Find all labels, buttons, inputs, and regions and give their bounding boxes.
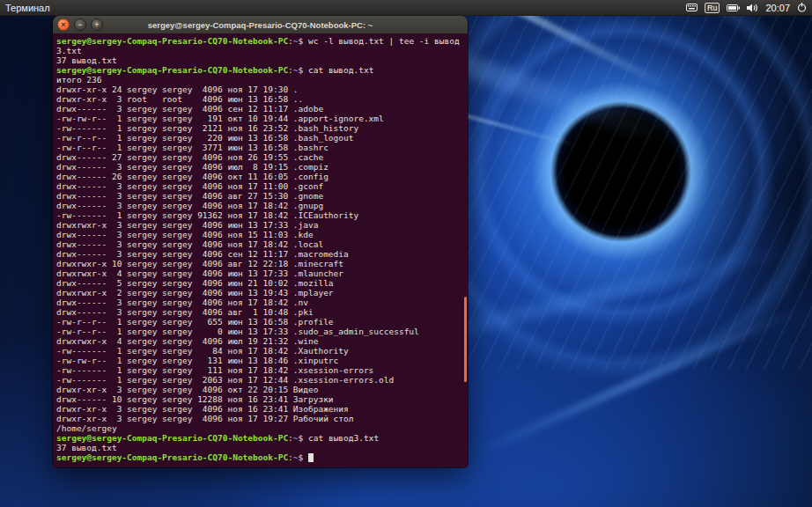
terminal-output-line: -rw-rw-r-- 1 sergey sergey 131 июн 13 18… (56, 356, 466, 365)
terminal-output-line: drwxrwxr-x 4 sergey sergey 4096 июл 19 2… (56, 336, 466, 346)
terminal-output-line: -rw-r--r-- 1 sergey sergey 0 июн 13 17:3… (56, 327, 466, 336)
terminal-output-line: drwxrwxr-x 4 sergey sergey 4096 июн 13 1… (56, 268, 466, 278)
terminal-output-line: 3.txt (56, 46, 466, 55)
terminal-output-line: drwxr-xr-x 3 sergey sergey 4096 ноя 17 1… (56, 414, 466, 423)
terminal-output-line: drwx------ 3 sergey sergey 4096 авг 27 1… (56, 191, 466, 201)
terminal-output-line: drwx------ 3 sergey sergey 4096 июл 8 19… (56, 162, 466, 172)
terminal-output-line: -rw------- 1 sergey sergey 91362 ноя 17 … (56, 210, 466, 220)
terminal-prompt-line: sergey@sergey-Compaq-Presario-CQ70-Noteb… (56, 433, 466, 443)
terminal-output-line: drwx------ 3 sergey sergey 4096 ноя 17 1… (56, 298, 466, 307)
terminal-output-line: drwx------ 3 sergey sergey 4096 ноя 17 1… (56, 181, 466, 191)
terminal-output-line: drwx------ 3 sergey sergey 4096 ноя 17 1… (56, 239, 466, 249)
terminal-body[interactable]: sergey@sergey-Compaq-Presario-CQ70-Noteb… (53, 33, 468, 467)
terminal-cursor (308, 453, 314, 462)
terminal-output-line: drwxrwxr-x 2 sergey sergey 4096 июн 13 1… (56, 288, 466, 298)
indicator-area: Ru 20:07 (686, 3, 807, 13)
maximize-button[interactable]: + (91, 18, 103, 31)
volume-icon[interactable] (747, 4, 758, 12)
terminal-output-line: drwxr-xr-x 3 root root 4096 июн 13 16:58… (56, 94, 466, 104)
terminal-output-line: 37 вывод.txt (56, 443, 466, 452)
window-title: sergey@sergey-Compaq-Presario-CQ70-Noteb… (97, 20, 424, 30)
terminal-output-line: drwx------ 3 sergey sergey 4096 сен 12 1… (56, 249, 466, 259)
terminal-output-line: drwx------ 26 sergey sergey 4096 окт 11 … (56, 172, 466, 181)
terminal-output-line: -rw-r--r-- 1 sergey sergey 220 июн 13 16… (56, 133, 466, 143)
terminal-output-line: -rw-rw-r-- 1 sergey sergey 191 окт 10 19… (56, 114, 466, 123)
scrollbar-thumb[interactable] (464, 297, 467, 382)
terminal-prompt-line: sergey@sergey-Compaq-Presario-CQ70-Noteb… (56, 65, 466, 75)
terminal-window: × − + sergey@sergey-Compaq-Presario-CQ70… (53, 16, 468, 467)
terminal-output-line: drwxrwxr-x 10 sergey sergey 4096 авг 12 … (56, 259, 466, 268)
terminal-output-line: drwx------ 10 sergey sergey 12288 ноя 16… (56, 394, 466, 404)
keyboard-input-icon[interactable] (686, 4, 698, 11)
power-icon[interactable] (797, 3, 807, 12)
terminal-output: sergey@sergey-Compaq-Presario-CQ70-Noteb… (56, 36, 466, 462)
close-button[interactable]: × (57, 18, 70, 31)
terminal-output-line: drwxr-xr-x 3 sergey sergey 4096 ноя 16 2… (56, 404, 466, 414)
terminal-output-line: -rw------- 1 sergey sergey 2121 ноя 16 2… (56, 123, 466, 133)
terminal-output-line: итого 236 (56, 75, 466, 84)
terminal-output-line: -rw------- 1 sergey sergey 2063 ноя 17 1… (56, 375, 466, 385)
terminal-output-line: -rw-r--r-- 1 sergey sergey 3771 июн 13 1… (56, 143, 466, 152)
terminal-output-line: drwx------ 5 sergey sergey 4096 июн 21 1… (56, 278, 466, 288)
terminal-output-line: drwx------ 27 sergey sergey 4096 ноя 26 … (56, 152, 466, 162)
minimize-button[interactable]: − (74, 18, 86, 31)
app-menu-title[interactable]: Терминал (5, 3, 50, 13)
battery-icon[interactable] (727, 4, 740, 11)
terminal-prompt-line: sergey@sergey-Compaq-Presario-CQ70-Noteb… (56, 36, 466, 46)
top-panel: Терминал Ru (0, 0, 812, 16)
terminal-output-line: -rw------- 1 sergey sergey 84 ноя 17 18:… (56, 346, 466, 356)
keyboard-layout-indicator[interactable]: Ru (705, 3, 720, 13)
terminal-output-line: drwx------ 3 sergey sergey 4096 ноя 15 1… (56, 230, 466, 239)
terminal-output-line: drwx------ 3 sergey sergey 4096 авг 1 10… (56, 307, 466, 317)
terminal-output-line: -rw------- 1 sergey sergey 111 ноя 17 18… (56, 365, 466, 375)
terminal-output-line: /home/sergey (56, 423, 466, 433)
terminal-output-line: drwx------ 3 sergey sergey 4096 сен 12 1… (56, 104, 466, 114)
terminal-prompt-line: sergey@sergey-Compaq-Presario-CQ70-Noteb… (56, 452, 466, 462)
clock[interactable]: 20:07 (765, 3, 790, 13)
terminal-output-line: drwx------ 3 sergey sergey 4096 ноя 17 1… (56, 201, 466, 210)
terminal-output-line: -rw-r--r-- 1 sergey sergey 655 июн 13 16… (56, 317, 466, 327)
window-titlebar[interactable]: × − + sergey@sergey-Compaq-Presario-CQ70… (53, 16, 468, 34)
terminal-output-line: drwxr-xr-x 24 sergey sergey 4096 ноя 17 … (56, 84, 466, 94)
terminal-output-line: drwxr-xr-x 3 sergey sergey 4096 окт 22 2… (56, 385, 466, 394)
terminal-output-line: drwxrwxr-x 3 sergey sergey 4096 июн 13 1… (56, 220, 466, 230)
terminal-output-line: 37 вывод.txt (56, 55, 466, 65)
